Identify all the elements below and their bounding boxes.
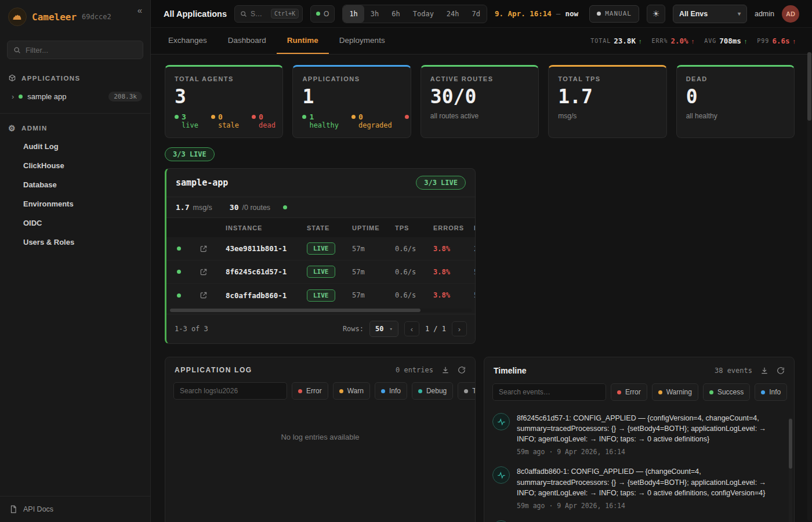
gear-icon: ⚙ [8, 124, 16, 132]
api-docs-link[interactable]: API Docs [0, 496, 150, 522]
external-link-icon[interactable] [191, 268, 216, 276]
errors-cell: 3.8% [424, 268, 465, 276]
state-badge: LIVE [307, 289, 335, 302]
manual-label: MANUAL [605, 10, 632, 17]
tab-exchanges[interactable]: Exchanges [158, 28, 217, 54]
time-range-7d[interactable]: 7d [466, 5, 487, 23]
time-range-today[interactable]: Today [407, 5, 440, 23]
time-range-6h[interactable]: 6h [385, 5, 406, 23]
document-icon [9, 505, 17, 513]
time-range-3h[interactable]: 3h [364, 5, 385, 23]
global-search[interactable]: S… Ctrl+K [234, 5, 303, 23]
external-link-icon[interactable] [191, 291, 216, 299]
download-icon[interactable] [760, 367, 768, 375]
filter-chip-error[interactable]: Error [611, 383, 647, 401]
event-time: 59m ago · 9 Apr 2026, 16:14 [517, 502, 779, 510]
log-search-input[interactable] [173, 382, 287, 400]
tab-deployments[interactable]: Deployments [329, 28, 396, 54]
download-icon[interactable] [441, 366, 449, 374]
errors-cell: 3.8% [424, 245, 465, 253]
filter-input[interactable] [26, 46, 137, 55]
manual-mode-button[interactable]: MANUAL [589, 5, 639, 23]
time-range-1h[interactable]: 1h [343, 5, 364, 23]
card-title: DEAD [686, 75, 785, 82]
user-name: admin [755, 10, 774, 18]
col-state: STATE [298, 224, 343, 231]
instances-table: INSTANCE STATE UPTIME TPS ERRORS H 43ee9… [166, 218, 475, 307]
filter-chip-info[interactable]: Info [375, 382, 407, 400]
online-indicator-chip[interactable]: O [310, 5, 335, 23]
filter-chip-warning[interactable]: Warning [652, 383, 698, 401]
stat-card-total-tps: TOTAL TPS 1.7 msg/s [548, 65, 666, 138]
message-count-badge: 208.3k [108, 92, 142, 102]
timeline-panel-header: Timeline 38 events [484, 357, 794, 382]
search-placeholder-text: S… [251, 10, 267, 18]
page-scrollbar-thumb[interactable] [807, 52, 811, 121]
card-title: TOTAL AGENTS [175, 75, 273, 82]
metric-total: TOTAL 23.8K ↑ [590, 37, 641, 45]
sidebar-item-users-roles[interactable]: Users & Roles [0, 233, 150, 252]
search-shortcut: Ctrl+K [271, 9, 299, 19]
manual-dot [597, 12, 601, 16]
filter-chip-trace[interactable]: Trace [458, 382, 476, 400]
health-cell: 5 [465, 291, 475, 299]
timeline-scrollbar [789, 418, 792, 522]
horizontal-scrollbar-thumb[interactable] [170, 309, 420, 312]
sidebar-item-database[interactable]: Database [0, 175, 150, 194]
app-name: sample app [27, 92, 66, 101]
applications-section-header: APPLICATIONS [0, 70, 150, 87]
sidebar-item-environments[interactable]: Environments [0, 194, 150, 213]
tab-dashboard[interactable]: Dashboard [217, 28, 277, 54]
env-selected-value: All Envs [679, 10, 708, 18]
sidebar-collapse-button[interactable]: « [137, 6, 142, 14]
card-title: TOTAL TPS [558, 75, 657, 82]
sidebar-item-oidc[interactable]: OIDC [0, 213, 150, 233]
sun-icon: ☀ [652, 9, 659, 19]
table-row[interactable]: 8c0affadb860-1 LIVE 57m 0.6/s 3.8% 5 [166, 284, 475, 307]
time-range-group: 1h 3h 6h Today 24h 7d [342, 5, 487, 23]
metric-value: 6.6s [772, 37, 789, 45]
filter-chip-success[interactable]: Success [703, 383, 750, 401]
up-arrow-icon: ↑ [744, 38, 748, 45]
instance-id: 8f6245c61d57-1 [216, 267, 298, 276]
app-card-title: sample-app [176, 177, 228, 188]
table-row[interactable]: 43ee9811b801-1 LIVE 57m 0.6/s 3.8% 2 [166, 237, 475, 260]
routes-value: 30 [230, 203, 239, 212]
tps-unit: msg/s [193, 204, 212, 212]
tab-runtime[interactable]: Runtime [277, 28, 329, 54]
env-selector[interactable]: All Envs ▾ [673, 5, 747, 23]
rows-value: 50 [375, 325, 383, 333]
rows-per-page-select[interactable]: 50 ▾ [369, 321, 398, 337]
theme-toggle-button[interactable]: ☀ [647, 5, 665, 23]
sidebar-item-sample-app[interactable]: › sample app 208.3k [0, 87, 150, 106]
filter-chip-info[interactable]: Info [755, 383, 787, 401]
state-badge: LIVE [307, 242, 335, 255]
log-panel-title: APPLICATION LOG [175, 366, 252, 374]
topbar: All Applications S… Ctrl+K O 1h 3h 6h To… [151, 0, 812, 28]
table-row[interactable]: 8f6245c61d57-1 LIVE 57m 0.6/s 3.8% 5 [166, 260, 475, 284]
sidebar-item-audit-log[interactable]: Audit Log [0, 137, 150, 156]
metric-label: P99 [757, 38, 769, 44]
stat-card-total-agents: TOTAL AGENTS 3 3live 0stale 0dead [165, 65, 283, 138]
date-range-display[interactable]: 9. Apr. 16:14 — now [495, 9, 578, 18]
external-link-icon[interactable] [191, 245, 216, 253]
search-icon [240, 10, 247, 17]
next-page-button[interactable]: › [452, 321, 467, 336]
filter-chip-debug[interactable]: Debug [412, 382, 453, 400]
time-range-24h[interactable]: 24h [440, 5, 466, 23]
sidebar-filter [7, 41, 143, 59]
tps-cell: 0.6/s [386, 245, 424, 253]
prev-page-button[interactable]: ‹ [404, 321, 419, 336]
refresh-icon[interactable] [458, 366, 466, 374]
search-icon [13, 46, 21, 54]
event-item: 8c0affadb860-1: CONFIG_APPLIED — {change… [484, 461, 794, 514]
filter-chip-error[interactable]: Error [292, 382, 328, 400]
filter-chip-warn[interactable]: Warn [333, 382, 370, 400]
card-subtitle: all routes active [430, 112, 529, 120]
sidebar-item-clickhouse[interactable]: ClickHouse [0, 156, 150, 175]
timeline-scrollbar-thumb[interactable] [789, 419, 792, 469]
refresh-icon[interactable] [777, 367, 785, 375]
card-value: 1.7 [558, 87, 657, 107]
timeline-search-input[interactable] [492, 383, 606, 401]
avatar[interactable]: AD [782, 5, 799, 23]
